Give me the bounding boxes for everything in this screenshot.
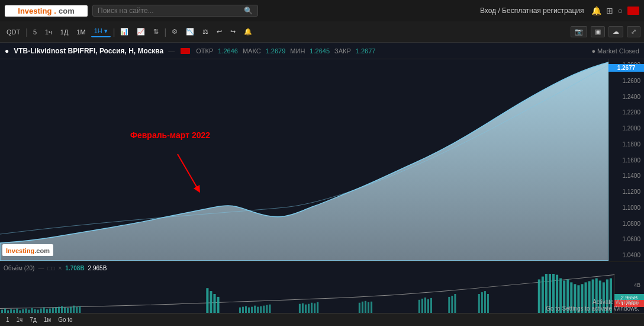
svg-rect-69	[542, 277, 544, 315]
bb-1m[interactable]: 1м	[41, 316, 53, 324]
zakr-value: 1.2677	[356, 47, 376, 55]
maks-value: 1.2679	[266, 47, 286, 55]
price-label-7: 1.1600	[610, 157, 643, 164]
tb-forward-icon[interactable]: ↪	[227, 27, 239, 37]
svg-rect-60	[430, 298, 432, 314]
symbol-label: VTB-Likvidnost BPIFRFI, Россия, Н, Москв…	[14, 47, 163, 55]
price-label-9: 1.1200	[610, 188, 643, 195]
tb-stats-icon[interactable]: 📉	[183, 27, 197, 37]
price-label-6: 1.1800	[610, 141, 643, 148]
main-chart[interactable]: 1.2800 1.2600 1.2400 1.2200 1.2000 1.180…	[0, 59, 644, 261]
price-label-11: 1.0800	[610, 220, 643, 227]
chart-watermark: Investing.com	[2, 244, 53, 256]
tb-line-icon[interactable]: 📈	[134, 27, 148, 37]
otkr-label: ОТКР	[196, 47, 213, 55]
svg-rect-31	[213, 294, 215, 314]
symbol-infobar: ● VTB-Likvidnost BPIFRFI, Россия, Н, Мос…	[0, 43, 644, 59]
min-value: 1.2645	[310, 47, 330, 55]
otkr-value: 1.2646	[218, 47, 238, 55]
watermark-com: .com	[34, 247, 50, 254]
flag-icon[interactable]	[627, 7, 639, 15]
price-label-3: 1.2400	[610, 94, 643, 100]
tb-camera-btn[interactable]: 📷	[571, 26, 587, 37]
nav-right: Вход / Бесплатная регистрация 🔔 ⊞ ○	[480, 6, 639, 15]
site-logo[interactable]: Investing.com	[5, 5, 88, 17]
tb-back-icon[interactable]: ↩	[214, 27, 225, 37]
svg-rect-32	[217, 297, 220, 314]
search-input[interactable]	[98, 7, 244, 15]
tb-1d[interactable]: 1Д	[57, 27, 72, 37]
top-navigation-bar: Investing.com 🔍 Вход / Бесплатная регист…	[0, 0, 644, 21]
tb-alert-icon[interactable]: 🔔	[241, 27, 255, 37]
svg-rect-64	[478, 294, 480, 314]
logo-com: com	[59, 7, 75, 15]
bb-goto[interactable]: Go to	[56, 316, 75, 324]
tb-layout-btn[interactable]: ▣	[591, 26, 605, 37]
auth-link[interactable]: Вход / Бесплатная регистрация	[480, 7, 584, 15]
tb-arrows-icon[interactable]: ⇅	[150, 27, 162, 37]
activate-sub: Go to Settings to activate Windows.	[546, 305, 639, 312]
watermark-logo: Investing.com	[2, 244, 53, 256]
tb-sep1: |	[25, 27, 28, 37]
bb-1h[interactable]: 1ч	[14, 316, 25, 324]
tb-1m[interactable]: 1М	[73, 27, 88, 37]
volume-header: Объём (20) — □□ × 1.708B 2.965B	[0, 262, 644, 274]
maks-label: МАКС	[243, 47, 261, 55]
svg-rect-62	[451, 296, 453, 314]
logo-text: Investing	[18, 7, 51, 15]
svg-rect-57	[421, 299, 423, 315]
tb-scale-icon[interactable]: ⚖	[199, 27, 211, 37]
tb-qdt[interactable]: QDT	[4, 27, 23, 37]
svg-rect-67	[487, 294, 489, 314]
volume-val1: 1.708B	[65, 265, 84, 271]
price-label-2: 1.2600	[610, 78, 643, 84]
symbol-name: ●	[5, 47, 9, 55]
bell-icon[interactable]: 🔔	[591, 6, 601, 15]
price-label-5: 1.2000	[610, 125, 643, 132]
tb-1w[interactable]: 1Н ▾	[91, 26, 111, 37]
bb-1[interactable]: 1	[4, 316, 12, 324]
chart-toolbar: QDT | 5 1ч 1Д 1М 1Н ▾ | 📊 📈 ⇅ | ⚙ 📉 ⚖ ↩ …	[0, 21, 644, 43]
tb-cloud-btn[interactable]: ☁	[608, 26, 623, 37]
activate-text: Activate Windows	[546, 299, 639, 305]
tb-1h[interactable]: 1ч	[42, 27, 55, 37]
watermark-text: Investing	[6, 247, 34, 254]
nav-icons: 🔔 ⊞ ○	[591, 6, 639, 15]
price-label-4: 1.2200	[610, 109, 643, 116]
zakr-label: ЗАКР	[334, 47, 351, 55]
tb-expand-btn[interactable]: ⤢	[627, 26, 640, 37]
volume-label: Объём (20)	[4, 265, 34, 271]
tb-sep3: |	[164, 27, 166, 37]
search-box[interactable]: 🔍	[92, 5, 258, 17]
svg-rect-66	[484, 291, 486, 314]
chart-svg	[0, 59, 608, 261]
search-icon: 🔍	[244, 7, 253, 15]
min-label: МИН	[290, 47, 305, 55]
svg-rect-63	[454, 294, 456, 314]
bb-7d[interactable]: 7д	[27, 316, 38, 324]
price-label-10: 1.1000	[610, 204, 643, 211]
tb-sep2: |	[113, 27, 115, 37]
price-label-12: 1.0600	[610, 236, 643, 242]
svg-rect-68	[538, 279, 540, 314]
svg-rect-29	[206, 288, 208, 314]
svg-rect-53	[365, 301, 366, 315]
price-label-8: 1.1400	[610, 172, 643, 179]
vol-label-2: 4B	[616, 282, 643, 288]
current-price-badge: 1.2677	[608, 64, 644, 72]
tb-5[interactable]: 5	[30, 27, 40, 37]
windows-activate-notice[interactable]: Activate Windows Go to Settings to activ…	[546, 299, 639, 312]
svg-rect-65	[481, 292, 483, 314]
svg-rect-59	[427, 299, 429, 315]
svg-rect-61	[448, 297, 450, 314]
tb-settings-icon[interactable]: ⚙	[169, 27, 181, 37]
svg-rect-58	[424, 298, 426, 314]
circle-icon[interactable]: ○	[618, 6, 623, 15]
tb-bar-icon[interactable]: 📊	[117, 27, 131, 37]
country-flag	[181, 48, 190, 54]
volume-val2: 2.965B	[88, 265, 107, 271]
price-label-13: 1.0400	[610, 252, 643, 258]
logo-dot: .	[54, 7, 56, 15]
bottom-toolbar: 1 1ч 7д 1м Go to	[0, 313, 644, 326]
grid-icon[interactable]: ⊞	[606, 6, 613, 15]
